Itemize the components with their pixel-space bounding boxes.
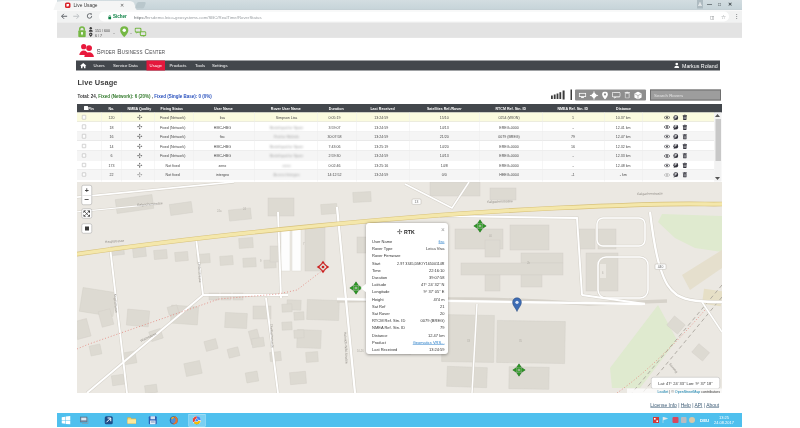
svg-text:10-26: 10-26 [357, 349, 364, 353]
svg-text:13: 13 [415, 200, 419, 204]
svg-text:24a: 24a [217, 209, 222, 213]
svg-text:Galgacherstrasse: Galgacherstrasse [637, 192, 663, 196]
svg-text:440: 440 [658, 265, 664, 269]
